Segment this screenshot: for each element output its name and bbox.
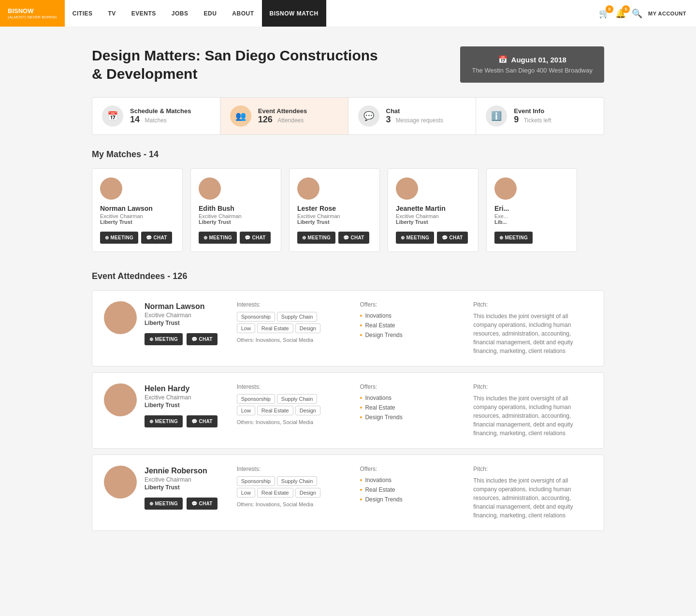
- nav-right: 🛒 0 🔔 5 🔍 MY ACCOUNT: [599, 8, 696, 19]
- tab-chat-count: 3 Message requests: [386, 115, 444, 125]
- attendee-avatar-0: [104, 301, 137, 334]
- match-company-4: Lib...: [494, 219, 569, 225]
- match-avatar-3: [396, 177, 418, 200]
- pitch-label-0: Pitch:: [473, 301, 592, 308]
- tab-schedule[interactable]: 📅 Schedule & Matches 14 Matches: [92, 98, 220, 134]
- match-meeting-button-2[interactable]: ⊕ MEETING: [297, 232, 335, 244]
- nav-jobs[interactable]: JOBS: [164, 0, 196, 27]
- pitch-label-1: Pitch:: [473, 383, 592, 390]
- attendee-info-0: Norman Lawson Excitive Chairman Liberty …: [145, 301, 218, 345]
- match-meeting-button-3[interactable]: ⊕ MEETING: [396, 232, 434, 244]
- my-matches-title: My Matches - 14: [92, 149, 604, 160]
- attendee-offers-2: Offers: Inovations Real Estate Design Tr…: [355, 466, 464, 505]
- nav-tv[interactable]: TV: [100, 0, 123, 27]
- match-chat-button-0[interactable]: 💬 CHAT: [141, 232, 172, 244]
- attendee-company-0: Liberty Trust: [145, 320, 218, 326]
- match-actions-1: ⊕ MEETING 💬 CHAT: [199, 232, 273, 244]
- tag-realestate-1: Real Estate: [257, 406, 293, 415]
- tag-realestate-2: Real Estate: [257, 488, 293, 498]
- attendee-chat-button-2[interactable]: 💬 CHAT: [187, 498, 218, 510]
- match-card-2: Lester Rose Excitive Chairman Liberty Tr…: [289, 168, 380, 252]
- tab-attendees-info: Event Attendees 126 Attendees: [258, 107, 307, 125]
- tab-chat[interactable]: 💬 Chat 3 Message requests: [348, 98, 477, 134]
- tab-attendees-label: Event Attendees: [258, 107, 307, 115]
- offers-label-2: Offers:: [360, 466, 459, 472]
- tag-low-2: Low: [237, 488, 255, 498]
- tab-chat-icon: 💬: [358, 105, 379, 127]
- match-company-3: Liberty Trust: [396, 219, 470, 225]
- match-actions-0: ⊕ MEETING 💬 CHAT: [100, 232, 174, 244]
- interests-tags-2: Sponsorship Supply Chain Low Real Estate…: [237, 476, 336, 498]
- attendee-offers-0: Offers: Inovations Real Estate Design Tr…: [355, 301, 464, 341]
- tag-sponsorship-1: Sponsorship: [237, 394, 275, 404]
- attendee-info-2: Jennie Roberson Excitive Chairman Libert…: [145, 466, 218, 510]
- attendee-chat-button-0[interactable]: 💬 CHAT: [187, 333, 218, 345]
- match-meeting-button-4[interactable]: ⊕ MEETING: [494, 232, 533, 244]
- main-content: Design Matters: San Diego Constructions …: [82, 27, 614, 556]
- match-chat-button-1[interactable]: 💬 CHAT: [240, 232, 271, 244]
- attendee-name-2: Jennie Roberson: [145, 467, 218, 475]
- nav-links: CITIES TV EVENTS JOBS EDU ABOUT BISNOW M…: [65, 0, 326, 27]
- event-date: 📅 August 01, 2018: [472, 55, 593, 64]
- interests-others-0: Others: Inovations, Social Media: [237, 337, 336, 343]
- account-button[interactable]: MY ACCOUNT: [648, 11, 686, 16]
- nav-about[interactable]: ABOUT: [224, 0, 261, 27]
- attendee-pitch-1: Pitch: This includes the joint oversight…: [473, 383, 592, 438]
- search-button[interactable]: 🔍: [632, 8, 642, 19]
- tab-attendees-count: 126 Attendees: [258, 115, 307, 125]
- attendee-chat-button-1[interactable]: 💬 CHAT: [187, 415, 218, 427]
- pitch-text-0: This includes the joint oversight of all…: [473, 312, 592, 355]
- cart-button[interactable]: 🛒 0: [599, 8, 609, 19]
- tag-sponsorship-2: Sponsorship: [237, 476, 275, 486]
- tab-info-info: Event Info 9 Tickets left: [514, 107, 551, 125]
- match-meeting-button-0[interactable]: ⊕ MEETING: [100, 232, 138, 244]
- attendee-actions-1: ⊕ MEETING 💬 CHAT: [145, 415, 218, 427]
- pitch-label-2: Pitch:: [473, 466, 592, 472]
- attendee-meeting-button-1[interactable]: ⊕ MEETING: [145, 415, 183, 427]
- match-meeting-button-1[interactable]: ⊕ MEETING: [199, 232, 237, 244]
- page-title: Design Matters: San Diego Constructions …: [92, 46, 392, 83]
- tab-event-info[interactable]: ℹ️ Event Info 9 Tickets left: [476, 98, 604, 134]
- attendee-name-1: Helen Hardy: [145, 384, 218, 393]
- attendee-offers-1: Offers: Inovations Real Estate Design Tr…: [355, 383, 464, 423]
- match-name-4: Eri...: [494, 205, 569, 212]
- attendee-card-0: Norman Lawson Excitive Chairman Liberty …: [92, 290, 604, 367]
- match-role-4: Exe...: [494, 213, 569, 219]
- offer-item-0-0: Inovations: [360, 312, 459, 320]
- nav-edu[interactable]: EDU: [196, 0, 225, 27]
- attendee-avatar-2: [104, 466, 137, 499]
- tab-attendees[interactable]: 👥 Event Attendees 126 Attendees: [220, 98, 348, 134]
- match-chat-button-2[interactable]: 💬 CHAT: [338, 232, 369, 244]
- attendee-meeting-button-2[interactable]: ⊕ MEETING: [145, 498, 183, 510]
- match-company-1: Liberty Trust: [199, 219, 273, 225]
- interests-tags-1: Sponsorship Supply Chain Low Real Estate…: [237, 394, 336, 415]
- logo[interactable]: BISNOW (ALMOST) NEVER BORING: [0, 0, 65, 27]
- tag-design-1: Design: [295, 406, 320, 415]
- attendee-interests-2: Interests: Sponsorship Supply Chain Low …: [227, 466, 346, 507]
- match-name-3: Jeanette Martin: [396, 205, 470, 212]
- attendee-pitch-0: Pitch: This includes the joint oversight…: [473, 301, 592, 355]
- match-name-1: Edith Bush: [199, 205, 273, 212]
- match-role-3: Excitive Chairman: [396, 213, 470, 219]
- navigation: BISNOW (ALMOST) NEVER BORING CITIES TV E…: [0, 0, 696, 27]
- event-date-box: 📅 August 01, 2018 The Westin San Diego 4…: [460, 46, 604, 83]
- attendee-left-2: Jennie Roberson Excitive Chairman Libert…: [104, 466, 218, 510]
- pitch-text-1: This includes the joint oversight of all…: [473, 394, 592, 438]
- attendee-card-1: Helen Hardy Excitive Chairman Liberty Tr…: [92, 372, 604, 449]
- offers-label-0: Offers:: [360, 301, 459, 308]
- offer-item-1-1: Real Estate: [360, 404, 459, 411]
- offer-item-1-0: Inovations: [360, 394, 459, 402]
- interests-label-2: Interests:: [237, 466, 336, 472]
- interests-others-1: Others: Inovations, Social Media: [237, 419, 336, 425]
- match-actions-3: ⊕ MEETING 💬 CHAT: [396, 232, 470, 244]
- match-chat-button-3[interactable]: 💬 CHAT: [437, 232, 468, 244]
- tab-info-icon: ℹ️: [486, 105, 507, 127]
- attendee-meeting-button-0[interactable]: ⊕ MEETING: [145, 333, 183, 345]
- nav-events[interactable]: EVENTS: [124, 0, 164, 27]
- offer-item-1-2: Design Trends: [360, 413, 459, 421]
- match-avatar-2: [297, 177, 319, 200]
- nav-bisnow-match[interactable]: BISNOW MATCH: [262, 0, 326, 27]
- notifications-button[interactable]: 🔔 5: [615, 8, 626, 19]
- tab-chat-info: Chat 3 Message requests: [386, 107, 444, 125]
- nav-cities[interactable]: CITIES: [65, 0, 101, 27]
